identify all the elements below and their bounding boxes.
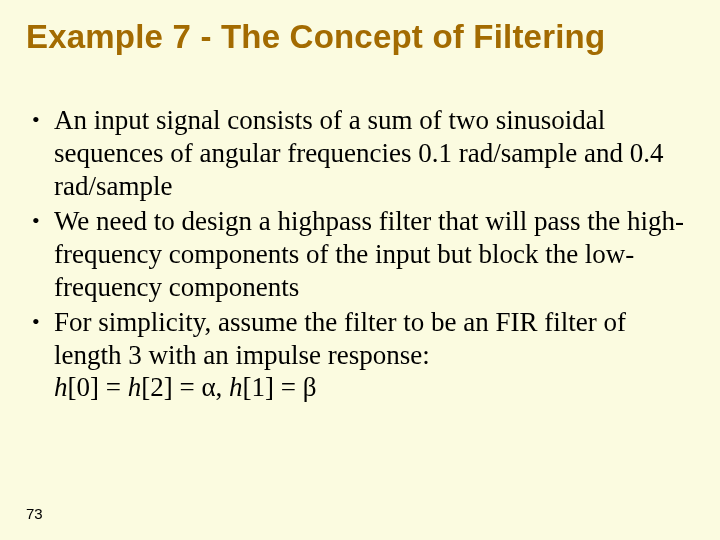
alpha-symbol: α (201, 372, 215, 402)
bullet-dot-icon: • (30, 306, 54, 338)
eq-text: = (99, 372, 128, 402)
comma: , (216, 372, 230, 402)
bullet-text: We need to design a highpass filter that… (54, 205, 684, 304)
var-h: h (128, 372, 142, 402)
eq-text: = (274, 372, 303, 402)
index-2: [2] (141, 372, 172, 402)
page-number: 73 (26, 505, 43, 522)
bullet-list: • An input signal consists of a sum of t… (26, 104, 694, 404)
bullet-text: For simplicity, assume the filter to be … (54, 306, 684, 405)
bullet-dot-icon: • (30, 104, 54, 136)
bullet-item: • An input signal consists of a sum of t… (30, 104, 684, 203)
bullet-item: • We need to design a highpass filter th… (30, 205, 684, 304)
beta-symbol: β (303, 372, 317, 402)
var-h: h (229, 372, 243, 402)
slide-container: Example 7 - The Concept of Filtering • A… (0, 0, 720, 540)
slide-title: Example 7 - The Concept of Filtering (26, 18, 694, 56)
bullet-item: • For simplicity, assume the filter to b… (30, 306, 684, 405)
index-1: [1] (243, 372, 274, 402)
impulse-response-line: h[0] = h[2] = α, h[1] = β (54, 371, 684, 404)
bullet-text: An input signal consists of a sum of two… (54, 104, 684, 203)
bullet-dot-icon: • (30, 205, 54, 237)
var-h: h (54, 372, 68, 402)
bullet-intro: For simplicity, assume the filter to be … (54, 307, 626, 370)
index-0: [0] (68, 372, 99, 402)
eq-text: = (173, 372, 202, 402)
